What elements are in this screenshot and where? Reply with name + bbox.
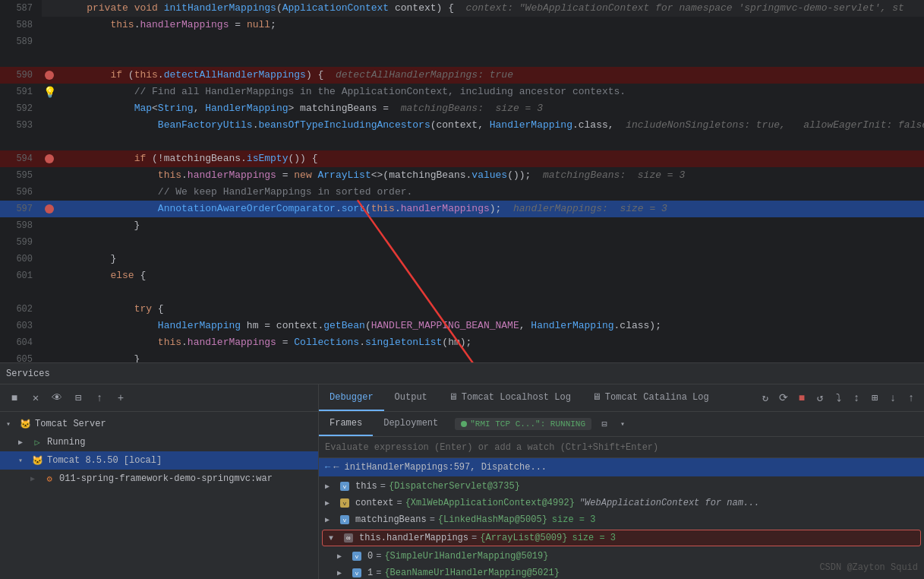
warning-arrow: 💡 [43, 86, 56, 99]
step-over-icon[interactable]: ⤵ [830, 390, 847, 407]
stop-debug-icon[interactable]: ■ [793, 390, 810, 407]
subtab-deployment[interactable]: Deployment [373, 412, 449, 436]
resume-debug-icon[interactable]: ↺ [812, 390, 828, 407]
var-equals: = [471, 533, 477, 543]
filter-icon[interactable]: ⊟ [70, 390, 87, 407]
columns-icon[interactable]: ⊞ [866, 390, 883, 407]
tab-output-label: Output [395, 392, 427, 403]
close-icon[interactable]: ✕ [27, 390, 44, 407]
tab-output[interactable]: Output [384, 384, 438, 411]
server-icon: 🐱 [30, 454, 44, 467]
var-equals: = [396, 498, 402, 508]
line-content: if (this.detectAllHandlerMappings) { det… [57, 67, 924, 84]
sidebar-item-tomcat-local[interactable]: ▾ 🐱 Tomcat 8.5.50 [local] [0, 451, 318, 470]
line-icon [42, 267, 57, 284]
line-icon [42, 251, 57, 267]
tab-tomcat-catalina-label: Tomcat Catalina Log [605, 392, 709, 403]
upload-icon[interactable]: ↑ [903, 390, 919, 407]
line-icon [42, 184, 57, 201]
sidebar-item-running[interactable]: ▶ ▷ Running [0, 433, 318, 451]
tab-tomcat-localhost[interactable]: 🖥 Tomcat Localhost Log [438, 384, 582, 411]
var-expand-icon[interactable]: ▶ [337, 552, 349, 561]
step-icon[interactable]: ↕ [848, 390, 865, 407]
var-value: {ArrayList@5009} [480, 533, 567, 543]
tab-tomcat-catalina[interactable]: 🖥 Tomcat Catalina Log [582, 384, 720, 411]
line-hint: matchingBeans: size = 3 [543, 169, 685, 181]
refresh2-icon[interactable]: ⟳ [775, 390, 792, 407]
code-line-empty [0, 284, 924, 301]
line-number [0, 50, 42, 67]
var-expand-icon[interactable]: ▶ [337, 568, 349, 577]
var-type-label: "WebApplicationContext for nam... [579, 498, 760, 508]
var-expand-icon[interactable]: ▼ [329, 534, 341, 543]
var-expand-icon[interactable]: ▶ [325, 482, 337, 491]
var-name-label: 0 [367, 551, 373, 562]
stop-icon[interactable]: ■ [6, 390, 23, 407]
var-value: {DispatcherServlet@3735} [389, 481, 520, 492]
var-size-label: size = 3 [572, 533, 616, 543]
breakpoint-dot [45, 154, 54, 163]
line-content: // Find all HandlerMappings in the Appli… [57, 84, 924, 100]
eye-icon[interactable]: 👁 [49, 390, 65, 407]
code-line-602: 602 try { [0, 301, 924, 318]
line-icon [42, 167, 57, 184]
filter-frames-icon[interactable]: ⊟ [598, 417, 611, 431]
line-number: 604 [0, 334, 42, 351]
line-number: 594 [0, 150, 42, 167]
line-icon [42, 33, 57, 50]
tab-debugger[interactable]: Debugger [319, 384, 384, 411]
var-type-icon: ∞ [341, 532, 356, 544]
line-content: if (!matchingBeans.isEmpty()) { [57, 150, 924, 167]
line-content: this.handlerMappings = null; [57, 17, 924, 33]
code-line-604: 604 this.handlerMappings = Collections.s… [0, 334, 924, 351]
debug-tabs: Debugger Output 🖥 Tomcat Localhost Log 🖥… [319, 384, 924, 412]
line-icon [42, 67, 57, 84]
var-equals: = [430, 514, 435, 525]
code-line-603: 603 HandlerMapping hm = context.getBean(… [0, 318, 924, 334]
svg-text:v: v [343, 517, 347, 524]
refresh-icon[interactable]: ↻ [757, 390, 774, 407]
code-line-588: 588 this.handlerMappings = null; [0, 17, 924, 33]
export-icon[interactable]: ↑ [91, 390, 108, 407]
var-value: {XmlWebApplicationContext@4992} [405, 498, 575, 508]
code-line-600: 600 } [0, 251, 924, 267]
line-number: 593 [0, 117, 42, 134]
line-number: 602 [0, 301, 42, 318]
code-line-594: 594 if (!matchingBeans.isEmpty()) { [0, 150, 924, 167]
sidebar-item-tomcat-server[interactable]: ▾ 🐱 Tomcat Server [0, 415, 318, 433]
var-expand-icon[interactable]: ▶ [325, 515, 337, 524]
subtab-frames[interactable]: Frames [319, 412, 373, 436]
line-content: } [57, 217, 924, 234]
war-icon: ⚙ [43, 472, 56, 486]
var-equals: = [376, 551, 381, 562]
sidebar-item-war[interactable]: ▶ ⚙ 011-spring-framework-demo-springmvc:… [0, 470, 318, 488]
code-line-598: 598 } [0, 217, 924, 234]
running-label: Running [47, 437, 85, 448]
line-icon [42, 318, 57, 334]
download-icon[interactable]: ↓ [885, 390, 901, 407]
line-content: } [57, 251, 924, 267]
svg-text:v: v [343, 500, 347, 507]
svg-text:∞: ∞ [346, 535, 351, 543]
line-number: 598 [0, 217, 42, 234]
var-expand-icon[interactable]: ▶ [325, 498, 337, 508]
code-line-596: 596 // We keep HandlerMappings in sorted… [0, 184, 924, 201]
dropdown-arrow[interactable]: ▾ [620, 419, 625, 429]
line-icon [42, 134, 57, 150]
var-item[interactable]: ▶vmatchingBeans={LinkedHashMap@5005}size… [319, 511, 924, 528]
var-item[interactable]: ▶vcontext={XmlWebApplicationContext@4992… [319, 495, 924, 511]
var-name-label: context [355, 498, 393, 508]
code-line-591: 591💡 // Find all HandlerMappings in the … [0, 84, 924, 100]
line-hint: context: "WebApplicationContext for name… [466, 2, 904, 14]
add-icon[interactable]: + [112, 390, 129, 407]
tomcat-server-label: Tomcat Server [35, 419, 106, 429]
var-type-icon: v [337, 480, 352, 492]
eval-placeholder[interactable]: Evaluate expression (Enter) or add a wat… [325, 442, 658, 453]
frame-item[interactable]: ← ← initHandlerMappings:597, Dispatche..… [319, 458, 924, 476]
var-item[interactable]: ▼∞this.handlerMappings={ArrayList@5009}s… [322, 530, 921, 546]
frame-label: ← initHandlerMappings:597, Dispatche... [333, 462, 547, 473]
var-item[interactable]: ▶vthis={DispatcherServlet@3735} [319, 478, 924, 495]
war-label: 011-spring-framework-demo-springmvc:war [59, 473, 273, 484]
monitor-icon-1: 🖥 [449, 391, 458, 403]
line-icon: 💡 [42, 84, 57, 100]
